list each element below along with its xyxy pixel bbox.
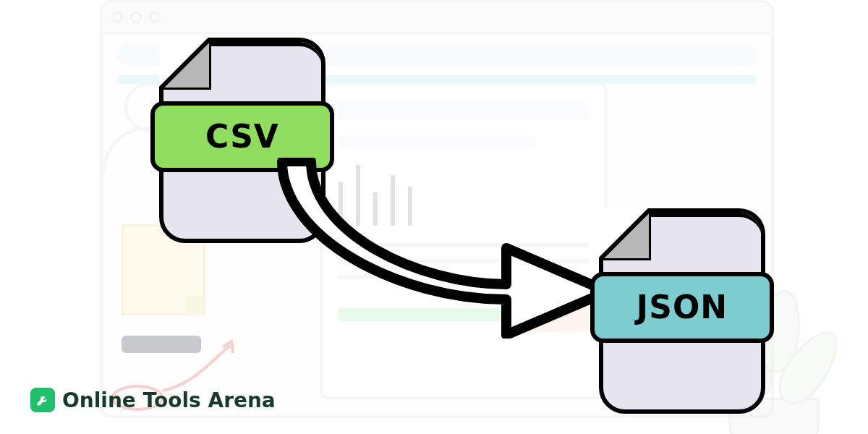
window-dot [130, 12, 142, 23]
window-dot [111, 12, 123, 23]
bg-doc-subheader [339, 136, 536, 148]
brand-name: Online Tools Arena [62, 388, 276, 412]
conversion-arrow-icon [268, 158, 637, 339]
window-dot [149, 12, 161, 23]
wrench-icon [30, 388, 55, 412]
bg-doc-header [339, 101, 589, 120]
diagram-canvas: CSV JSON Online Tools Arena [0, 0, 868, 434]
target-file-format-label: JSON [590, 272, 774, 343]
bg-browser-titlebar [103, 3, 771, 35]
source-file-format-text: CSV [205, 118, 279, 155]
target-file-format-text: JSON [637, 289, 728, 326]
file-fold-icon [599, 208, 651, 260]
brand-badge: Online Tools Arena [30, 388, 276, 412]
target-file-card: JSON [599, 208, 765, 414]
file-fold-icon [159, 38, 211, 90]
